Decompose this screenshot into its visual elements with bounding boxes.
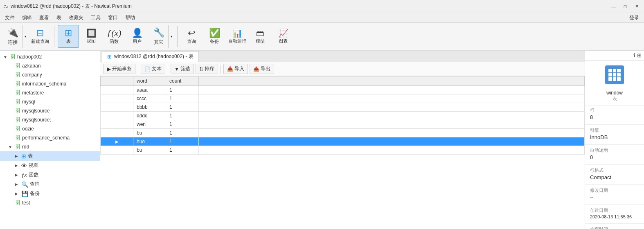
cell-count: 1 <box>166 146 199 155</box>
grid-cell <box>608 73 612 77</box>
sidebar-label-test: test <box>22 200 30 206</box>
table-row[interactable]: aaaa1 <box>101 86 585 94</box>
menu-file[interactable]: 文件 <box>2 13 18 22</box>
table-row[interactable]: ▶huo1 <box>101 137 585 146</box>
info-section-check-date: 检查时间 <box>585 225 644 229</box>
toolbar-separator-2 <box>177 26 178 47</box>
cell-empty <box>199 86 585 94</box>
cell-word: wen <box>133 120 166 129</box>
filter-button[interactable]: ▼ 筛选 <box>171 64 194 74</box>
toolbar-table-button[interactable]: ⊞ 表 <box>58 25 79 48</box>
maximize-button[interactable]: □ <box>621 2 629 11</box>
cell-word: aaaa <box>133 86 166 94</box>
engine-value: InnoDB <box>590 134 639 140</box>
sidebar-item-hadoop002[interactable]: ▼ 🗄 hadoop002 <box>0 52 100 61</box>
row-format-value: Compact <box>590 174 639 180</box>
export-button[interactable]: 📤 导出 <box>250 64 274 74</box>
col-count[interactable]: count <box>166 76 199 86</box>
info-divider <box>585 124 644 125</box>
sidebar-item-backup-node[interactable]: ▶ 💾 备份 <box>0 189 100 198</box>
sidebar-item-func-node[interactable]: ▶ ƒx 函数 <box>0 170 100 180</box>
rdd-arrow-icon: ▼ <box>8 145 13 149</box>
other-dropdown[interactable]: ▾ <box>168 25 174 48</box>
row-indicator <box>101 146 133 155</box>
info-section-row-format: 行格式 Compact <box>585 166 644 184</box>
cell-count: 1 <box>166 137 199 146</box>
table-row[interactable]: cccc1 <box>101 94 585 103</box>
col-word[interactable]: word <box>133 76 166 86</box>
close-button[interactable]: ✕ <box>633 2 641 11</box>
sidebar-item-mysql[interactable]: 🗄 mysql <box>0 97 100 106</box>
grid-cell <box>617 73 621 77</box>
toolbar-backup-label: 备份 <box>210 38 219 45</box>
table-row[interactable]: wen1 <box>101 120 585 129</box>
menu-table[interactable]: 表 <box>53 13 65 22</box>
info-icon-info[interactable]: ℹ <box>633 52 635 58</box>
table-container: word count aaaa1cccc1bbbb1dddd1wen1bu1▶h… <box>100 76 585 229</box>
sidebar-item-performance-schema[interactable]: 🗄 performance_schema <box>0 133 100 142</box>
sidebar-item-mysqlsource2[interactable]: 🗄 mysqlsource; <box>0 115 100 124</box>
sidebar-item-company[interactable]: 🗄 company <box>0 70 100 79</box>
menu-favorites[interactable]: 收藏夹 <box>65 13 87 22</box>
chart-icon: 📈 <box>278 29 288 37</box>
login-button[interactable]: 登录 <box>626 13 642 22</box>
sidebar-item-metastore[interactable]: 🗄 metastore <box>0 88 100 97</box>
connect-button[interactable]: 🔌 连接 <box>3 25 22 48</box>
sort-label: 排序 <box>205 65 214 72</box>
sort-button[interactable]: ⇅ 排序 <box>196 64 218 74</box>
begin-transaction-button[interactable]: ▶ 开始事务 <box>104 64 135 74</box>
func-icon: ƒ(x) <box>107 29 121 38</box>
toolbar-autorun-button[interactable]: 📊 自动运行 <box>227 25 248 48</box>
sidebar-item-test[interactable]: 🗄 test <box>0 198 100 207</box>
view-node-arrow-icon: ▶ <box>15 163 20 168</box>
toolbar-backup-button[interactable]: ✅ 备份 <box>204 25 225 48</box>
table-row[interactable]: dddd1 <box>101 112 585 120</box>
toolbar-user-button[interactable]: 👤 用户 <box>126 25 148 48</box>
db-icon: 🗄 <box>15 81 20 87</box>
toolbar-func-button[interactable]: ƒ(x) 函数 <box>104 25 125 48</box>
toolbar-query-button[interactable]: ↩ 查询 <box>181 25 202 48</box>
sidebar-item-query-node[interactable]: ▶ 🔍 查询 <box>0 180 100 189</box>
auto-increment-value: 0 <box>590 154 639 160</box>
menu-window[interactable]: 窗口 <box>105 13 121 22</box>
db-icon: 🗄 <box>15 90 20 96</box>
menu-tools[interactable]: 工具 <box>88 13 104 22</box>
sidebar-item-azkaban[interactable]: 🗄 azkaban <box>0 61 100 70</box>
main-tab[interactable]: ⊞ window0812 @rdd (hadoop002) - 表 <box>102 51 199 62</box>
minimize-button[interactable]: — <box>610 2 618 11</box>
sidebar-item-mysqlsource[interactable]: 🗄 mysqlsource <box>0 106 100 115</box>
sidebar-item-information-schema[interactable]: 🗄 information_schema <box>0 79 100 88</box>
import-button[interactable]: 📥 导入 <box>223 64 248 74</box>
connect-dropdown[interactable]: ▾ <box>22 25 28 48</box>
sidebar-item-oozie[interactable]: 🗄 oozie <box>0 124 100 133</box>
text-button[interactable]: 📄 文本 <box>141 64 165 74</box>
toolbar-chart-button[interactable]: 📈 图表 <box>272 25 294 48</box>
sidebar-item-table-node[interactable]: ▶ ⊞ 表 <box>0 151 100 161</box>
menu-view[interactable]: 查看 <box>36 13 52 22</box>
sidebar-label-oozie: oozie <box>22 126 34 132</box>
app-icon: 🗂 <box>3 4 8 9</box>
sidebar-item-rdd[interactable]: ▼ 🗄 rdd <box>0 142 100 151</box>
table-row[interactable]: bu1 <box>101 129 585 137</box>
cell-word: bu <box>133 146 166 155</box>
sidebar-label-view-node: 视图 <box>29 162 38 169</box>
cell-word: bbbb <box>133 103 166 112</box>
table-row[interactable]: bbbb1 <box>101 103 585 112</box>
sidebar-label-mysqlsource2: mysqlsource; <box>22 117 51 123</box>
content-pane: ⊞ window0812 @rdd (hadoop002) - 表 ▶ 开始事务… <box>100 51 585 229</box>
new-query-button[interactable]: ⊟ 新建查询 <box>29 25 51 48</box>
other-button[interactable]: 🔧 其它 <box>149 25 168 48</box>
grid-cell <box>613 73 617 77</box>
toolbar-view-button[interactable]: 🔲 视图 <box>81 25 102 48</box>
row-format-label: 行格式 <box>590 167 639 173</box>
info-icon-grid[interactable]: ⊞ <box>637 52 642 58</box>
table-row[interactable]: bu1 <box>101 146 585 155</box>
engine-label: 引擎 <box>590 127 639 133</box>
transaction-icon: ▶ <box>107 66 111 72</box>
cell-word: dddd <box>133 112 166 120</box>
sidebar-item-view-node[interactable]: ▶ 👁 视图 <box>0 161 100 170</box>
menu-help[interactable]: 帮助 <box>122 13 138 22</box>
query-node-icon: 🔍 <box>21 181 28 188</box>
toolbar-model-button[interactable]: 🗃 模型 <box>250 25 271 48</box>
menu-edit[interactable]: 编辑 <box>19 13 35 22</box>
